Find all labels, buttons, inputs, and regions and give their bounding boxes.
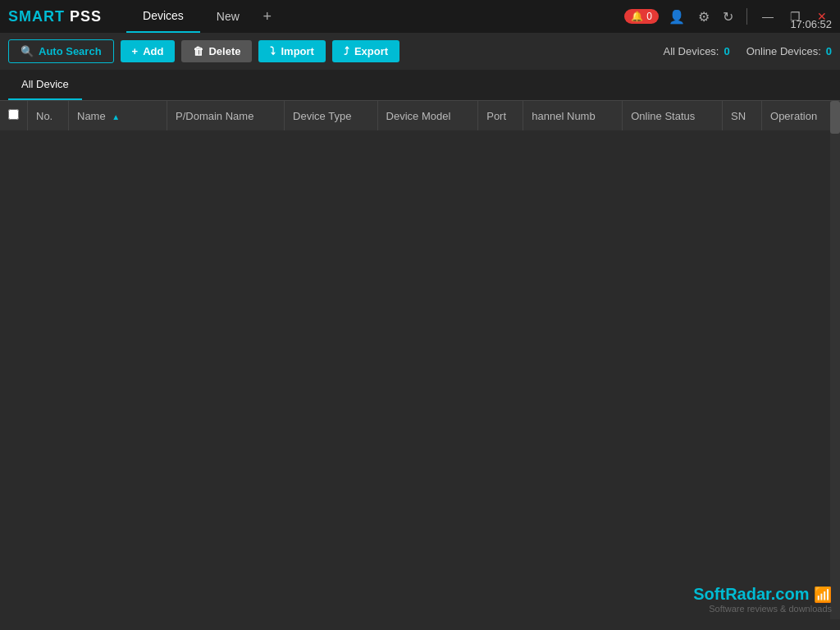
th-device-type: Device Type [285, 101, 377, 130]
toolbar: 🔍 Auto Search + Add 🗑 Delete ⤵ Import ⤴ … [0, 33, 840, 70]
title-bar: SMART PSS Devices New + 🔔 0 👤 ⚙ ↻ — ❐ ✕ … [0, 0, 840, 33]
import-icon: ⤵ [270, 45, 276, 57]
refresh-icon[interactable]: ↻ [719, 7, 737, 26]
delete-icon: 🗑 [193, 45, 203, 57]
th-no: No. [28, 101, 69, 130]
all-device-tab[interactable]: All Device [8, 70, 82, 100]
minimize-button[interactable]: — [757, 8, 778, 25]
wifi-icon: 📶 [814, 586, 832, 604]
user-icon[interactable]: 👤 [665, 7, 688, 26]
th-checkbox[interactable] [0, 101, 28, 130]
device-table-container[interactable]: No. Name ▲ P/Domain Name Device Type Dev… [0, 101, 840, 619]
watermark-site-text: SoftRadar [693, 585, 770, 603]
device-stats: All Devices: 0 Online Devices: 0 [664, 45, 832, 57]
logo-smart: SMART [8, 8, 65, 25]
scrollbar-track[interactable] [830, 101, 840, 619]
app-logo: SMART PSS [8, 8, 102, 25]
scrollbar-thumb[interactable] [830, 101, 840, 134]
add-tab-button[interactable]: + [256, 5, 279, 28]
logo-pss: PSS [70, 8, 102, 25]
search-icon: 🔍 [21, 45, 34, 57]
nav-tab-new[interactable]: New [200, 0, 256, 33]
watermark-tagline: Software reviews & downloads [693, 604, 832, 614]
export-button[interactable]: ⤴ Export [332, 40, 399, 62]
online-devices-count: 0 [826, 45, 832, 57]
th-name[interactable]: Name ▲ [69, 101, 167, 130]
import-button[interactable]: ⤵ Import [258, 40, 325, 62]
all-devices-count: 0 [724, 45, 729, 57]
all-devices-label: All Devices: [664, 45, 719, 57]
add-button[interactable]: + Add [121, 40, 176, 62]
all-devices-stat: All Devices: 0 [664, 45, 730, 57]
alert-badge[interactable]: 🔔 0 [624, 9, 659, 24]
auto-search-button[interactable]: 🔍 Auto Search [8, 39, 114, 63]
th-online-status: Online Status [623, 101, 723, 130]
th-device-model: Device Model [377, 101, 478, 130]
th-sn: SN [723, 101, 762, 130]
th-ip-domain: P/Domain Name [167, 101, 285, 130]
name-sort-arrow: ▲ [112, 112, 120, 121]
watermark-site: SoftRadar.com 📶 [693, 585, 832, 604]
settings-icon[interactable]: ⚙ [695, 7, 713, 26]
bell-icon: 🔔 [631, 11, 643, 22]
th-operation: Operation [762, 101, 840, 130]
select-all-checkbox[interactable] [8, 109, 19, 120]
separator [746, 8, 747, 25]
time-display: 17:06:52 [790, 18, 832, 30]
device-tabs: All Device [0, 70, 840, 101]
device-table: No. Name ▲ P/Domain Name Device Type Dev… [0, 101, 840, 130]
watermark: SoftRadar.com 📶 Software reviews & downl… [693, 585, 832, 614]
export-icon: ⤴ [344, 45, 349, 57]
table-header-row: No. Name ▲ P/Domain Name Device Type Dev… [0, 101, 840, 130]
online-devices-stat: Online Devices: 0 [746, 45, 832, 57]
alert-count: 0 [646, 11, 652, 22]
content-area: No. Name ▲ P/Domain Name Device Type Dev… [0, 101, 840, 619]
th-channel-num: hannel Numb [523, 101, 623, 130]
delete-button[interactable]: 🗑 Delete [181, 40, 252, 62]
th-port: Port [478, 101, 523, 130]
add-icon: + [132, 45, 139, 57]
nav-tabs: Devices New + [126, 0, 279, 33]
nav-tab-devices[interactable]: Devices [126, 0, 200, 33]
online-devices-label: Online Devices: [746, 45, 821, 57]
